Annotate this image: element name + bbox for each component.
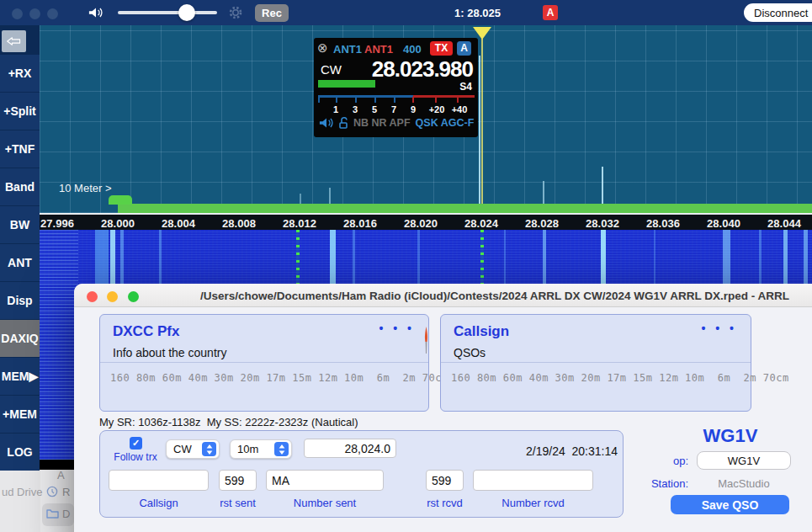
signal-spike (300, 194, 301, 204)
logging-window: /Users/chowe/Documents/Ham Radio (iCloud… (74, 284, 812, 532)
stepper-icon (202, 442, 216, 456)
slice-badge[interactable]: A (457, 41, 471, 56)
slice-flag-panel: ⊗ ANT1 ANT1 400 TX A CW 28.023.980 S4 1 (314, 38, 478, 137)
close-window-button[interactable] (87, 291, 98, 302)
axis-tick: 28.012 (270, 217, 329, 230)
number-sent-input[interactable] (266, 470, 384, 491)
callsign-bands-row: 160 80m 60m 40m 30m 20m 17m 15m 12m 10m … (451, 372, 789, 384)
qso-timestamp: 2/19/24 20:31:14 (449, 444, 618, 458)
panel-menu-icon[interactable]: • • • (379, 322, 415, 335)
panel-menu-icon[interactable]: • • • (702, 322, 737, 335)
sidebar-item-tnf[interactable]: +TNF (0, 130, 40, 168)
control-sidebar: +RX +Split +TNF Band BW ANT Disp DAXIQ M… (0, 25, 40, 471)
volume-slider-knob[interactable] (178, 4, 195, 21)
sidebar-item-bw[interactable]: BW (0, 206, 40, 243)
axis-tick: 28.032 (573, 217, 632, 230)
dxcc-panel: DXCC Pfx • • • Info about the country 16… (99, 314, 429, 412)
signal-meter-bar (318, 80, 375, 88)
axis-tick: 28.004 (149, 217, 208, 230)
signal-spike (543, 181, 544, 204)
signal-blob-28000 (109, 195, 132, 205)
zoom-window-button[interactable] (128, 291, 139, 302)
spectrum-display[interactable]: 10 Meter > ⊗ ANT1 ANT1 400 TX A CW 28.02… (40, 25, 812, 213)
sidebar-item-rx[interactable]: +RX (0, 55, 40, 92)
tx-cursor-line (481, 39, 483, 204)
left-arrow-icon (7, 35, 21, 48)
op-input[interactable] (697, 451, 791, 470)
axis-tick: 28.028 (512, 217, 571, 230)
panel-divider (441, 362, 751, 363)
finder-icloud-label[interactable]: ud Drive (2, 486, 42, 498)
axis-tick: 28.016 (331, 217, 390, 230)
audio-mute-icon[interactable] (319, 117, 334, 129)
unlock-icon[interactable] (339, 117, 348, 129)
number-sent-field-label: Number sent (266, 497, 384, 509)
stepper-icon (274, 442, 289, 456)
finder-background-fragment: ud Drive A R D (0, 470, 74, 532)
checkmark-icon: ✓ (132, 438, 140, 448)
axis-tick: 28.036 (634, 217, 693, 230)
station-callsign: WG1V (663, 425, 798, 447)
band-select[interactable]: 10m (230, 439, 292, 459)
cursor-pointer (422, 327, 430, 355)
sidebar-item-disp[interactable]: Disp (0, 282, 40, 319)
callsign-input[interactable] (109, 470, 209, 491)
rst-sent-input[interactable] (219, 470, 257, 491)
number-rcvd-input[interactable] (473, 470, 593, 491)
axis-tick: 28.008 (210, 217, 268, 230)
number-rcvd-field-label: Number rcvd (473, 497, 593, 509)
signal-spike-tx (479, 56, 480, 204)
mode-label[interactable]: CW (321, 62, 342, 77)
op-label: op: (655, 455, 688, 467)
dsp-indicators-on[interactable]: QSK AGC-F (416, 117, 475, 129)
volume-slider[interactable] (118, 11, 217, 14)
band-edge-label: 10 Meter > (59, 182, 112, 194)
waterfall-noise (40, 230, 78, 460)
window-controls (12, 8, 65, 23)
sidebar-item-addmem[interactable]: +MEM (0, 396, 40, 433)
sidebar-item-daxiq[interactable]: DAXIQ (0, 320, 40, 357)
mode-select-value: CW (173, 443, 192, 455)
active-frequency-display: 1: 28.025 (454, 7, 501, 19)
dsp-indicators-off[interactable]: NB NR APF (353, 117, 411, 129)
record-button[interactable]: Rec (255, 4, 289, 22)
follow-trx-checkbox[interactable]: ✓ (130, 437, 142, 450)
save-qso-button[interactable]: Save QSO (671, 495, 789, 514)
sidebar-item-mem[interactable]: MEM▶ (0, 358, 40, 395)
sidebar-item-ant[interactable]: ANT (0, 244, 40, 281)
minimize-window-button[interactable] (107, 291, 118, 302)
mode-select[interactable]: CW (166, 439, 220, 459)
flag-frequency[interactable]: 28.023.980 (372, 56, 473, 82)
frequency-input[interactable] (304, 439, 396, 458)
rst-rcvd-field-label: rst rcvd (426, 497, 464, 509)
finder-airdrop-label[interactable]: A (57, 469, 65, 481)
folder-icon (46, 508, 59, 519)
settings-gear-icon[interactable] (229, 6, 242, 19)
sidebar-item-band[interactable]: Band (0, 168, 40, 205)
disconnect-button[interactable]: Disconnect (744, 3, 812, 22)
frequency-axis[interactable]: 27.996 28.000 28.004 28.008 28.012 28.01… (40, 213, 812, 230)
dxcc-panel-title: DXCC Pfx (113, 323, 179, 340)
station-label: Station: (613, 477, 688, 490)
s-meter-value: S4 (459, 81, 472, 93)
follow-trx-label: Follow trx (105, 451, 166, 463)
dxcc-bands-row: 160 80m 60m 40m 30m 20m 17m 15m 12m 10m … (110, 372, 448, 384)
window-title: /Users/chowe/Documents/Ham Radio (iCloud… (200, 290, 789, 302)
sidebar-item-split[interactable]: +Split (0, 93, 40, 130)
window-titlebar[interactable]: /Users/chowe/Documents/Ham Radio (iCloud… (74, 284, 812, 307)
rst-rcvd-input[interactable] (426, 470, 464, 491)
s-meter-scale: 1 3 5 7 9 +20 +40 (318, 95, 475, 114)
tx-antenna-label[interactable]: ANT1 (364, 43, 393, 56)
screen: 10 Meter > ⊗ ANT1 ANT1 400 TX A CW 28.02… (0, 0, 812, 532)
callsign-panel: Callsign • • • QSOs 160 80m 60m 40m 30m … (440, 314, 751, 412)
tx-badge[interactable]: TX (430, 41, 453, 56)
sidebar-item-log[interactable]: LOG (0, 434, 40, 471)
close-icon[interactable]: ⊗ (317, 40, 328, 56)
power-label[interactable]: 400 (403, 43, 422, 56)
rx-antenna-label[interactable]: ANT1 (333, 43, 362, 56)
sun-times-info: My SR: 1036z-1138z My SS: 2222z-2323z (N… (99, 416, 358, 428)
callsign-field-label: Callsign (109, 497, 209, 509)
finder-documents-label[interactable]: D (62, 508, 70, 520)
back-button[interactable] (2, 30, 26, 52)
finder-recents-label[interactable]: R (62, 486, 70, 498)
